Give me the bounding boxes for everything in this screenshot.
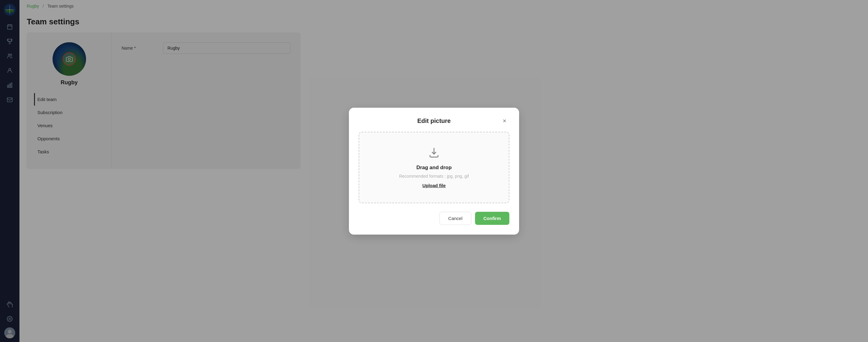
download-icon <box>428 147 440 160</box>
modal-close-button[interactable]: × <box>500 116 509 126</box>
drop-zone-title: Drag and drop <box>416 165 452 171</box>
upload-file-link[interactable]: Upload file <box>423 183 446 188</box>
modal-title: Edit picture <box>417 117 451 124</box>
edit-picture-modal: Edit picture × Drag and drop Recommended… <box>349 108 519 235</box>
modal-footer: Cancel Confirm <box>359 212 509 225</box>
confirm-button[interactable]: Confirm <box>475 212 510 225</box>
drop-zone-subtitle: Recommended formats : jpg, png, gif <box>399 174 469 179</box>
modal-header: Edit picture × <box>359 117 509 124</box>
cancel-button[interactable]: Cancel <box>439 212 471 225</box>
modal-overlay[interactable]: Edit picture × Drag and drop Recommended… <box>0 0 868 342</box>
drop-zone[interactable]: Drag and drop Recommended formats : jpg,… <box>359 132 509 203</box>
